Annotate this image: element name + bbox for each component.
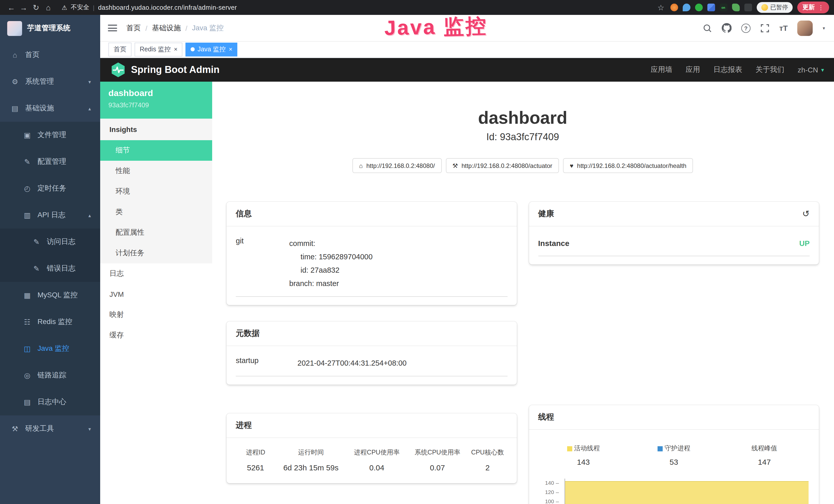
close-icon[interactable]: × xyxy=(229,46,233,53)
reload-icon[interactable]: ↻ xyxy=(30,3,42,12)
github-icon[interactable] xyxy=(722,23,731,33)
sidebar-item-file-mgmt[interactable]: ▣ 文件管理 xyxy=(0,122,100,148)
help-icon[interactable]: ? xyxy=(741,23,750,32)
menu-label: 文件管理 xyxy=(38,131,66,140)
bookmark-star-icon[interactable]: ☆ xyxy=(656,3,665,12)
sba-item-caches[interactable]: 缓存 xyxy=(100,325,212,346)
tab-java-monitor[interactable]: Java 监控 × xyxy=(186,42,238,56)
sba-sidebar: dashboard 93a3fc7f7409 Insights 细节 性能 环境… xyxy=(100,82,212,504)
sba-nav-applications[interactable]: 应用 xyxy=(686,65,700,74)
update-button[interactable]: 更新 ⋮ xyxy=(797,2,829,13)
address-divider: | xyxy=(93,4,94,11)
instance-name: dashboard xyxy=(108,88,204,98)
avatar[interactable] xyxy=(797,20,813,36)
sidebar-item-system-mgmt[interactable]: ⚙ 系统管理 ▾ xyxy=(0,68,100,95)
value-cpu-cores: 2 xyxy=(468,463,507,472)
sba-item-label: 缓存 xyxy=(109,331,124,340)
sidebar-item-link-tracing[interactable]: ◎ 链路追踪 xyxy=(0,362,100,389)
y-tick-100: 100 xyxy=(538,498,559,504)
sba-item-mappings[interactable]: 映射 xyxy=(100,304,212,325)
info-card: 信息 git commit: time: 1596289704000 id: 2… xyxy=(226,202,517,305)
sidebar-item-scheduled-tasks[interactable]: ◴ 定时任务 xyxy=(0,175,100,202)
card-title: 线程 xyxy=(538,412,554,422)
fullscreen-icon[interactable] xyxy=(760,23,770,32)
sba-item-config-props[interactable]: 配置属性 xyxy=(100,222,212,243)
sba-nav-wallboard[interactable]: 应用墙 xyxy=(651,65,673,74)
sba-item-label: 类 xyxy=(115,207,123,217)
language-selector[interactable]: zh-CN ▾ xyxy=(798,66,824,74)
font-size-icon[interactable]: тT xyxy=(779,24,788,32)
sba-nav-journal[interactable]: 日志报表 xyxy=(714,65,742,74)
search-icon[interactable] xyxy=(703,23,712,32)
address-bar[interactable]: ⚠ 不安全 | dashboard.yudao.iocoder.cn/infra… xyxy=(62,3,237,12)
tab-home[interactable]: 首页 xyxy=(108,42,132,56)
ext-icon-grid[interactable] xyxy=(707,4,715,11)
back-icon[interactable]: ← xyxy=(5,3,18,12)
sidebar-item-log-center[interactable]: ▤ 日志中心 xyxy=(0,389,100,415)
sba-item-classes[interactable]: 类 xyxy=(100,202,212,222)
app-sidebar: 芋道管理系统 ⌂ 首页 ⚙ 系统管理 ▾ ▤ 基础设施 ▴ ▣ 文件管理 ✎ xyxy=(0,15,100,504)
sba-nav-about[interactable]: 关于我们 xyxy=(756,65,785,74)
sba-navbar: Spring Boot Admin 应用墙 应用 日志报表 关于我们 zh-CN… xyxy=(100,58,834,82)
health-url-link[interactable]: ♥ http://192.168.0.2:48080/actuator/heal… xyxy=(563,158,693,173)
hamburger-icon[interactable] xyxy=(108,25,117,31)
sidebar-item-redis-monitor[interactable]: ☷ Redis 监控 xyxy=(0,308,100,335)
tab-redis-monitor[interactable]: Redis 监控 × xyxy=(135,42,183,56)
menu-label: API 日志 xyxy=(38,210,66,220)
sba-item-logs[interactable]: 日志 xyxy=(100,264,212,284)
sidebar-item-access-logs[interactable]: ✎ 访问日志 xyxy=(0,229,100,255)
app-logo xyxy=(7,21,22,36)
sba-item-label: 日志 xyxy=(109,269,124,278)
ext-icon-leaf[interactable] xyxy=(732,4,740,11)
sidebar-item-java-monitor[interactable]: ◫ Java 监控 xyxy=(0,335,100,362)
status-badge: UP xyxy=(799,239,810,247)
instance-id: 93a3fc7f7409 xyxy=(108,101,204,109)
sidebar-item-mysql-monitor[interactable]: ▦ MySQL 监控 xyxy=(0,282,100,308)
ext-icon-dark[interactable] xyxy=(744,4,752,11)
menu-label: 基础设施 xyxy=(25,104,54,113)
col-header-cpu-cores: CPU核心数 xyxy=(468,448,507,457)
sba-item-environment[interactable]: 环境 xyxy=(100,181,212,202)
paused-badge[interactable]: 已暂停 xyxy=(756,2,793,13)
close-icon[interactable]: × xyxy=(174,46,177,53)
sba-item-label: JVM xyxy=(109,290,124,298)
card-title: 信息 xyxy=(236,208,252,219)
git-commit-line: commit: xyxy=(289,237,373,250)
info-git-value: commit: time: 1596289704000 id: 27aa832 … xyxy=(289,237,373,290)
instance-header[interactable]: dashboard 93a3fc7f7409 xyxy=(100,82,212,119)
chevron-down-icon[interactable]: ▾ xyxy=(823,25,825,30)
forward-icon[interactable]: → xyxy=(18,3,30,12)
browser-chrome: ← → ↻ ⌂ ⚠ 不安全 | dashboard.yudao.iocoder.… xyxy=(0,0,834,15)
breadcrumb-infrastructure[interactable]: 基础设施 xyxy=(152,23,181,32)
sba-item-jvm[interactable]: JVM xyxy=(100,284,212,304)
sba-item-label: 计划任务 xyxy=(115,249,144,258)
metadata-startup-value: 2021-04-27T00:44:31.254+08:00 xyxy=(298,357,407,370)
sba-item-label: 性能 xyxy=(115,166,130,176)
sidebar-item-infrastructure[interactable]: ▤ 基础设施 ▴ xyxy=(0,95,100,122)
sba-item-scheduled-tasks[interactable]: 计划任务 xyxy=(100,243,212,264)
sba-item-details[interactable]: 细节 xyxy=(100,140,212,161)
app-logo-row[interactable]: 芋道管理系统 xyxy=(0,15,100,42)
timer-icon: ◴ xyxy=(23,184,32,192)
sidebar-item-error-logs[interactable]: ✎ 错误日志 xyxy=(0,255,100,282)
ext-icon-orange[interactable] xyxy=(670,4,678,11)
api-log-icon: ▥ xyxy=(23,211,32,219)
history-icon[interactable]: ↺ xyxy=(803,208,810,219)
service-url-link[interactable]: ⌂ http://192.168.0.2:48080/ xyxy=(352,158,441,173)
config-icon: ✎ xyxy=(23,158,32,166)
git-time-line: time: 1596289704000 xyxy=(289,250,373,264)
ext-icon-green-check[interactable] xyxy=(695,4,702,11)
sidebar-item-home[interactable]: ⌂ 首页 xyxy=(0,42,100,68)
breadcrumb-home[interactable]: 首页 xyxy=(126,23,141,32)
sidebar-item-config-mgmt[interactable]: ✎ 配置管理 xyxy=(0,148,100,175)
mysql-icon: ▦ xyxy=(23,291,32,299)
sba-item-performance[interactable]: 性能 xyxy=(100,161,212,181)
ext-icon-toggle[interactable]: on xyxy=(720,4,727,11)
actuator-url-link[interactable]: ⚒ http://192.168.0.2:48080/actuator xyxy=(446,158,559,173)
sidebar-item-dev-tools[interactable]: ⚒ 研发工具 ▾ xyxy=(0,415,100,442)
browser-menu-icon[interactable]: ⋮ xyxy=(818,4,824,11)
sidebar-item-api-logs[interactable]: ▥ API 日志 ▴ xyxy=(0,202,100,229)
ext-icon-drop[interactable] xyxy=(682,4,690,11)
sba-brand[interactable]: Spring Boot Admin xyxy=(110,62,220,77)
browser-home-icon[interactable]: ⌂ xyxy=(42,3,54,12)
